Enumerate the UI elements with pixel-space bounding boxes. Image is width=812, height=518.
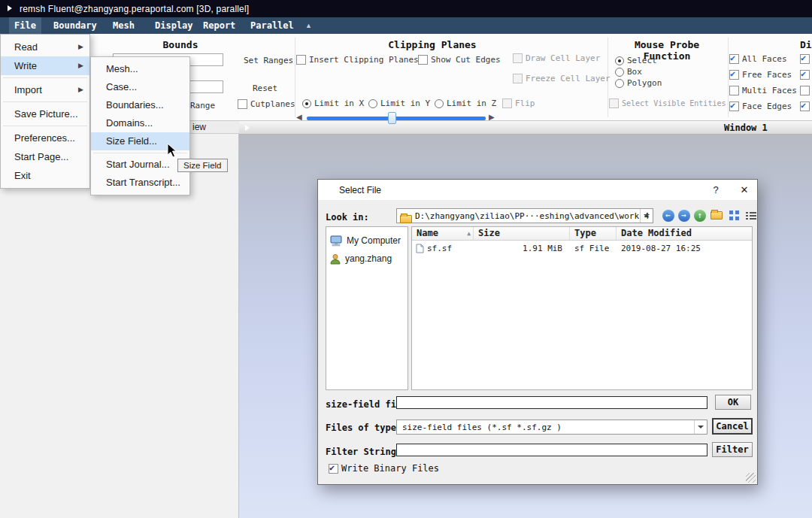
menu-display[interactable]: Display [150,17,198,34]
table-row[interactable]: sf.sf 1.91 MiB sf File 2019-08-27 16:25 [412,241,752,256]
limit-in-x-label: Limit in X [314,98,364,108]
probe-polygon-radio[interactable]: Polygon [615,78,662,88]
graphics-window-title: Window 1 [724,123,768,133]
menu-item-import[interactable]: Import▶ [1,80,89,99]
clipped-checkbox-4[interactable] [800,101,810,111]
all-faces-checkbox[interactable]: All Faces [729,54,787,64]
menu-mesh[interactable]: Mesh [108,17,140,34]
menu-boundary[interactable]: Boundary [48,17,102,34]
show-cut-edges-checkbox[interactable]: Show Cut Edges [418,55,501,65]
detail-view-button[interactable] [744,208,758,223]
filter-string-input[interactable] [396,444,707,456]
slider-right-icon[interactable]: ▶ [489,113,495,121]
menu-item-label: Import [14,84,42,95]
menu-item-preferences[interactable]: Preferences... [1,129,89,147]
menu-item-exit[interactable]: Exit [1,166,89,185]
freeze-cell-layer-label: Freeze Cell Layer [526,74,611,83]
ok-button[interactable]: OK [715,395,751,410]
chevron-down-icon[interactable] [694,420,707,434]
select-visible-entities-checkbox[interactable]: Select Visible Entities [609,98,726,108]
draw-cell-layer-checkbox[interactable]: Draw Cell Layer [513,53,600,63]
place-label: yang.zhang [345,253,392,264]
write-submenu: Mesh... Case... Boundaries... Domains...… [90,56,190,195]
submenu-item-case[interactable]: Case... [91,78,189,96]
face-edges-checkbox[interactable]: Face Edges [729,101,792,111]
place-yang-zhang[interactable]: yang.zhang [326,250,408,268]
select-file-dialog: Select File ? ✕ Look in: D:\zhangyang\zi… [317,179,758,485]
header-date-modified[interactable]: Date Modified [617,227,752,240]
menu-item-save-picture[interactable]: Save Picture... [1,105,89,123]
menu-item-label: Write [14,60,37,71]
files-of-type-value: size-field files (*.sf *.sf.gz ) [402,423,562,432]
multi-faces-label: Multi Faces [742,86,797,95]
checkbox-icon [296,55,306,65]
write-binary-files-label: Write Binary Files [341,463,439,474]
slider-left-icon[interactable]: ◀ [296,113,302,121]
file-table: Name▲ Size Type Date Modified sf.sf 1.91… [411,226,753,390]
reset-button[interactable]: Reset [253,83,277,93]
clipped-checkbox-3[interactable] [800,86,810,95]
header-name[interactable]: Name▲ [412,227,474,240]
clipped-checkbox-1[interactable] [800,54,810,64]
clipped-group-title: Di [800,39,812,50]
limit-in-z-radio[interactable]: Limit in Z [435,98,496,108]
menu-item-write[interactable]: Write▶ [1,56,89,75]
menu-report[interactable]: Report [198,17,241,34]
help-button[interactable]: ? [707,183,724,197]
place-my-computer[interactable]: My Computer [326,232,408,250]
freeze-cell-layer-checkbox[interactable]: Freeze Cell Layer [513,74,611,83]
forward-button[interactable]: → [677,208,691,223]
menu-parallel[interactable]: Parallel [245,17,299,34]
menu-file[interactable]: File [9,17,41,34]
clipping-slider-handle[interactable] [388,112,396,124]
free-faces-checkbox[interactable]: Free Faces [729,70,792,80]
flip-checkbox[interactable]: Flip [502,98,535,108]
files-of-type-label: Files of type: [326,423,401,433]
limit-in-y-radio[interactable]: Limit in Y [368,98,430,108]
checkbox-icon [800,54,810,64]
checkbox-icon [502,98,512,108]
insert-clipping-planes-checkbox[interactable]: Insert Clipping Planes [296,55,419,65]
create-folder-button[interactable] [709,208,723,223]
filter-button[interactable]: Filter [712,442,753,457]
multi-faces-checkbox[interactable]: Multi Faces [729,86,797,95]
look-in-combobox[interactable]: D:\zhangyang\ziliao\PP···eshing\advanced… [396,208,653,223]
file-menu: Read▶ Write▶ Import▶ Save Picture... Pre… [0,34,90,189]
parent-directory-button[interactable]: ↑ [692,208,707,223]
checkbox-icon [513,74,523,83]
submenu-item-mesh[interactable]: Mesh... [91,60,189,78]
mouse-cursor-icon [167,143,177,158]
checkbox-icon [513,53,523,63]
checkbox-icon [729,54,739,64]
resize-grip[interactable] [746,473,756,483]
clipping-slider-track[interactable] [307,117,486,120]
header-size[interactable]: Size [474,227,570,240]
close-button[interactable]: ✕ [736,183,753,197]
write-binary-files-checkbox[interactable]: Write Binary Files [329,463,439,474]
grid-view-icon [729,211,739,220]
panel-tab-fragment[interactable]: iew [190,121,239,134]
submenu-item-start-journal[interactable]: Start Journal... [91,156,189,174]
clipped-checkbox-2[interactable] [800,70,810,80]
window-title: remsh Fluent@zhangyang.peraportal.com [3… [20,4,249,14]
limit-in-x-radio[interactable]: Limit in X [302,98,364,108]
size-field-file-input[interactable] [396,396,707,409]
file-table-header: Name▲ Size Type Date Modified [412,227,752,241]
cutplanes-label: Cutplanes [250,99,295,109]
chevron-down-icon[interactable] [640,209,653,223]
menu-item-start-page[interactable]: Start Page... [1,147,89,166]
ribbon-collapse-icon[interactable]: ▲ [305,22,312,29]
list-view-button[interactable] [727,208,741,223]
files-of-type-combobox[interactable]: size-field files (*.sf *.sf.gz ) [396,420,707,435]
menu-item-read[interactable]: Read▶ [1,38,89,56]
submenu-item-boundaries[interactable]: Boundaries... [91,96,189,114]
cutplanes-checkbox[interactable]: Cutplanes [238,99,295,109]
set-ranges-button[interactable]: Set Ranges [244,56,293,65]
back-button[interactable]: ← [661,208,675,223]
header-type[interactable]: Type [570,227,617,240]
probe-box-radio[interactable]: Box [615,67,642,77]
probe-select-radio[interactable]: Select [615,56,657,65]
submenu-item-domains[interactable]: Domains... [91,114,189,132]
cancel-button[interactable]: Cancel [712,418,753,435]
submenu-item-start-transcript[interactable]: Start Transcript... [91,174,189,192]
